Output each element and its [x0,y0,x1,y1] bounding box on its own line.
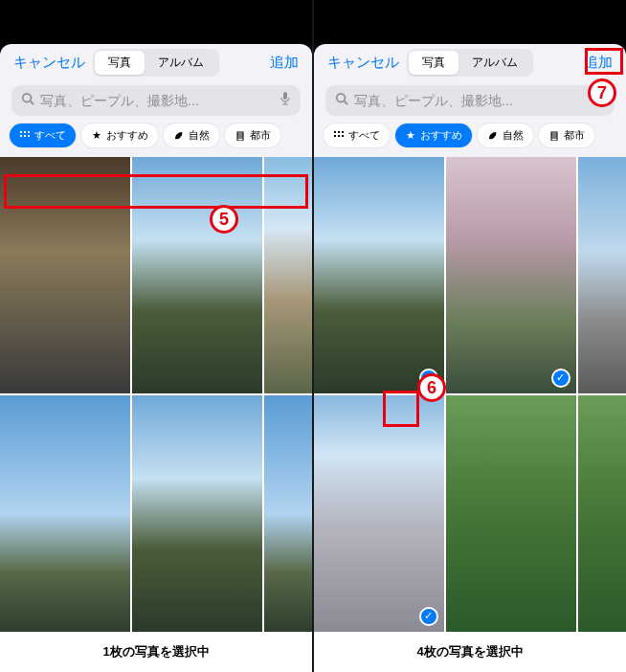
filter-city[interactable]: 都市 [539,123,594,147]
segment-photos[interactable]: 写真 [95,51,145,75]
selection-footer: 4枚の写真を選択中 [314,632,626,672]
photo-thumb[interactable] [132,395,262,632]
search-input[interactable] [40,93,274,108]
search-input[interactable] [354,93,588,108]
star-icon: ★ [405,130,416,142]
svg-rect-16 [334,131,336,133]
svg-line-1 [31,101,34,105]
photo-grid [0,157,312,632]
picker-sheet: キャンセル 写真 アルバム 追加 すべて ★ おすすめ [0,44,312,672]
svg-rect-6 [20,135,22,137]
add-button[interactable]: 追加 [270,54,299,72]
mic-icon[interactable] [593,91,605,110]
svg-rect-3 [20,131,22,133]
photo-thumb[interactable] [132,157,262,393]
leaf-icon [487,130,499,142]
header: キャンセル 写真 アルバム 追加 [0,44,312,81]
photo-thumb[interactable] [264,157,312,393]
filter-label: 都市 [564,128,585,143]
filter-label: 自然 [503,128,524,143]
search-bar[interactable] [325,85,615,116]
svg-rect-7 [24,135,26,137]
star-icon: ★ [91,130,102,142]
photo-thumb[interactable]: ✓ [578,395,626,632]
segment-control[interactable]: 写真 アルバム [93,49,219,77]
search-icon [21,92,34,109]
segment-photos[interactable]: 写真 [409,51,458,75]
building-icon [548,130,560,142]
photo-thumb[interactable] [264,395,312,632]
filter-label: 都市 [250,128,271,143]
svg-rect-17 [338,131,340,133]
filter-row: すべて ★ おすすめ 自然 都市 [0,123,312,157]
filter-row: すべて ★ おすすめ 自然 都市 [314,123,626,157]
header: キャンセル 写真 アルバム 追加 [314,44,626,81]
filter-label: すべて [34,128,66,143]
selected-check-icon: ✓ [419,607,438,626]
svg-rect-5 [28,131,30,133]
filter-label: 自然 [189,128,210,143]
photo-thumb[interactable]: ✓ [314,157,444,393]
selection-footer: 1枚の写真を選択中 [0,632,312,672]
svg-rect-20 [338,135,340,137]
segment-albums[interactable]: アルバム [145,51,217,75]
selected-check-icon: ✓ [551,369,570,388]
filter-all[interactable]: すべて [10,123,76,147]
photo-thumb[interactable] [446,395,576,632]
filter-nature[interactable]: 自然 [164,123,219,147]
svg-point-13 [337,94,346,102]
add-button[interactable]: 追加 [584,54,613,72]
filter-city[interactable]: 都市 [225,123,280,147]
svg-rect-21 [342,135,344,137]
cancel-button[interactable]: キャンセル [13,54,85,72]
photo-thumb[interactable]: ✓ [446,157,576,393]
right-screen: キャンセル 写真 アルバム 追加 すべて ★ おすすめ [314,0,626,672]
search-bar[interactable] [11,85,301,116]
svg-rect-2 [283,92,287,100]
svg-rect-4 [24,131,26,133]
filter-label: すべて [348,128,380,143]
filter-nature[interactable]: 自然 [478,123,533,147]
svg-rect-15 [597,92,601,100]
filter-label: おすすめ [106,128,148,143]
segment-control[interactable]: 写真 アルバム [407,49,533,77]
filter-all[interactable]: すべて [324,123,390,147]
search-icon [335,92,348,109]
grid-icon [333,130,345,142]
photo-thumb[interactable] [0,157,130,393]
svg-rect-8 [28,135,30,137]
picker-sheet: キャンセル 写真 アルバム 追加 すべて ★ おすすめ [314,44,626,672]
svg-rect-19 [334,135,336,137]
filter-recommended[interactable]: ★ おすすめ [81,123,158,147]
svg-rect-18 [342,131,344,133]
building-icon [235,130,246,142]
cancel-button[interactable]: キャンセル [327,54,399,72]
selected-check-icon: ✓ [419,369,438,388]
filter-recommended[interactable]: ★ おすすめ [395,123,472,147]
segment-albums[interactable]: アルバム [458,51,531,75]
grid-icon [19,130,31,142]
photo-thumb[interactable] [0,395,130,632]
photo-thumb[interactable] [578,157,626,393]
mic-icon[interactable] [279,91,291,110]
leaf-icon [173,130,185,142]
svg-line-14 [345,101,348,105]
filter-label: おすすめ [420,128,462,143]
left-screen: キャンセル 写真 アルバム 追加 すべて ★ おすすめ [0,0,312,672]
photo-thumb[interactable]: ✓ [314,395,444,632]
photo-grid: ✓ ✓ ✓ ✓ [314,157,626,632]
svg-point-0 [23,94,32,102]
